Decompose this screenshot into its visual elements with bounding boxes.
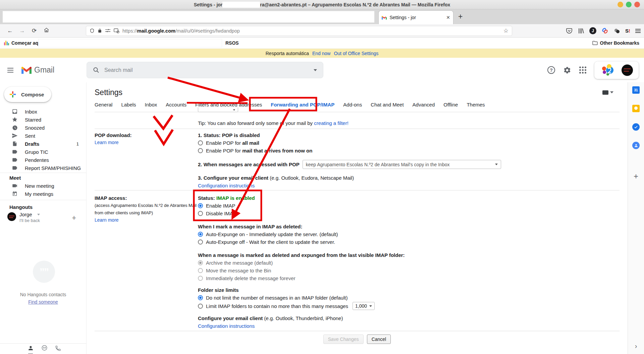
tab-inbox[interactable]: Inbox <box>145 102 157 107</box>
calendar-icon[interactable]: 31 <box>632 86 640 94</box>
tab-close-icon[interactable]: ✕ <box>446 15 450 20</box>
tab-addons[interactable]: Add-ons <box>343 102 362 107</box>
end-now-link[interactable]: End now <box>312 51 330 56</box>
pocket-icon[interactable] <box>566 28 573 34</box>
creating-filter-link[interactable]: creating a filter! <box>314 120 348 126</box>
main-menu-icon[interactable] <box>7 67 13 74</box>
radio-auto-expunge-on[interactable] <box>198 232 203 237</box>
compose-button[interactable]: Compose <box>4 87 51 102</box>
close-window-button[interactable] <box>634 2 640 7</box>
sidebar-item-new-meeting[interactable]: New meeting <box>0 182 86 190</box>
search-options-caret-icon[interactable] <box>314 69 317 71</box>
other-bookmarks[interactable]: Other Bookmarks <box>592 40 639 46</box>
display-density-button[interactable] <box>602 90 613 95</box>
gear-icon[interactable] <box>563 66 571 74</box>
find-someone-link[interactable]: Find someone <box>28 299 58 305</box>
tab-chat-meet[interactable]: Chat and Meet <box>371 102 404 107</box>
imap-learn-more-link[interactable]: Learn more <box>95 217 119 223</box>
archive-message-option[interactable]: Archive the message (default) <box>198 259 620 266</box>
auto-expunge-on-option[interactable]: Auto-Expunge on - Immediately update the… <box>198 231 620 238</box>
sidebar-item-snoozed[interactable]: Snoozed <box>0 124 86 132</box>
radio-move-to-bin[interactable] <box>198 268 203 273</box>
radio-limit-folders[interactable] <box>198 304 203 309</box>
link-extension-icon[interactable] <box>601 27 608 34</box>
bookmark-comecar-aqui[interactable]: Começar aqui <box>4 40 43 46</box>
bookmark-rsos[interactable]: RSOS <box>225 40 239 46</box>
radio-enable-pop-all[interactable] <box>198 140 203 145</box>
search-input[interactable] <box>104 67 309 73</box>
lock-icon[interactable] <box>98 28 102 33</box>
extension-j-icon[interactable]: J <box>589 27 596 34</box>
radio-delete-forever[interactable] <box>198 276 203 281</box>
save-changes-button[interactable]: Save Changes <box>323 335 364 344</box>
tab-labels[interactable]: Labels <box>121 102 136 107</box>
phone-tab-icon[interactable] <box>55 345 61 353</box>
permissions-icon[interactable] <box>105 28 111 33</box>
no-limit-option[interactable]: Do not limit the number of messages in a… <box>198 294 620 301</box>
browser-tab-gmail-settings[interactable]: Settings - jor ✕ <box>378 10 453 24</box>
sidebar-item-drafts[interactable]: Drafts 1 <box>0 140 86 148</box>
disable-imap-option[interactable]: Disable IMAP <box>198 210 620 217</box>
spheres-extension-icon[interactable] <box>613 28 620 34</box>
profile-avatar[interactable] <box>622 64 633 76</box>
move-to-bin-option[interactable]: Move the message to the Bin <box>198 267 620 274</box>
keep-icon[interactable] <box>632 105 640 112</box>
contacts-icon[interactable] <box>632 142 640 149</box>
new-hangout-button[interactable]: + <box>72 214 76 222</box>
url-bar[interactable]: https://mail.google.com/mail/u/0/#settin… <box>86 26 512 36</box>
sidebar-item-my-meetings[interactable]: My meetings <box>0 190 86 198</box>
forward-button[interactable]: → <box>16 28 28 34</box>
home-button[interactable] <box>40 27 52 35</box>
enable-pop-now-option[interactable]: Enable POP for mail that arrives from no… <box>198 147 620 154</box>
tab-filters[interactable]: Filters and blocked addresses <box>195 102 262 107</box>
firefox-menu-icon[interactable] <box>635 28 641 34</box>
imap-configuration-instructions-link[interactable]: Configuration instructions <box>198 323 255 329</box>
extension-s-icon[interactable]: S! <box>625 28 630 34</box>
bookmark-star-icon[interactable]: ☆ <box>503 27 508 34</box>
cancel-button[interactable]: Cancel <box>367 335 391 344</box>
enable-pop-all-option[interactable]: Enable POP for all mail <box>198 139 620 146</box>
minimize-button[interactable] <box>618 2 623 7</box>
limit-folders-option[interactable]: Limit IMAP folders to contain no more th… <box>198 302 620 310</box>
tasks-icon[interactable] <box>632 123 640 131</box>
new-tab-button[interactable]: + <box>458 12 463 21</box>
apps-grid-icon[interactable] <box>579 67 586 74</box>
pop-learn-more-link[interactable]: Learn more <box>95 140 119 145</box>
tab-accounts[interactable]: Accounts <box>166 102 186 107</box>
radio-disable-imap[interactable] <box>198 211 203 216</box>
add-addon-button[interactable]: + <box>634 172 638 180</box>
radio-archive-message[interactable] <box>198 260 203 265</box>
sidebar-item-sent[interactable]: Sent <box>0 132 86 140</box>
sidebar-item-grupo-tic[interactable]: Grupo TIC <box>0 148 86 156</box>
search-bar[interactable] <box>87 62 323 78</box>
hangouts-user[interactable]: Jorge I'll be back + <box>0 212 86 223</box>
tracking-protection-icon[interactable] <box>114 28 119 33</box>
sidebar-item-inbox[interactable]: Inbox <box>0 107 86 116</box>
shield-icon[interactable] <box>90 28 95 34</box>
folder-limit-select[interactable]: 1,000 <box>353 302 375 310</box>
library-icon[interactable] <box>578 28 584 34</box>
sidebar-item-report-spam[interactable]: Report SPAM/PHISHING <box>0 164 86 172</box>
pop-action-select[interactable]: keep Agrupamento Escolas N.º2 de Abrante… <box>303 160 501 169</box>
reload-button[interactable]: ⟳ <box>28 27 40 34</box>
contacts-tab-icon[interactable] <box>28 345 34 353</box>
back-button[interactable]: ← <box>4 28 16 34</box>
radio-enable-imap[interactable] <box>198 203 203 208</box>
radio-enable-pop-now[interactable] <box>198 148 203 153</box>
radio-auto-expunge-off[interactable] <box>198 239 203 245</box>
enable-imap-option[interactable]: Enable IMAP <box>198 202 620 209</box>
help-icon[interactable]: ? <box>547 66 555 74</box>
tab-advanced[interactable]: Advanced <box>413 102 435 107</box>
out-of-office-settings-link[interactable]: Out of Office Settings <box>334 51 378 56</box>
tab-forwarding-pop-imap[interactable]: Forwarding and POP/IMAP <box>271 102 334 107</box>
auto-expunge-off-option[interactable]: Auto-Expunge off - Wait for the client t… <box>198 238 620 246</box>
tab-general[interactable]: General <box>95 102 112 107</box>
pop-configuration-instructions-link[interactable]: Configuration instructions <box>198 183 255 188</box>
gmail-logo[interactable]: Gmail <box>21 65 54 75</box>
clipped-forwarding-select[interactable] <box>198 107 238 112</box>
hangouts-tab-icon[interactable] <box>41 345 48 353</box>
search-icon[interactable] <box>93 67 100 74</box>
sidebar-item-starred[interactable]: Starred <box>0 116 86 124</box>
radio-no-limit[interactable] <box>198 295 203 300</box>
chevron-down-icon[interactable] <box>37 214 40 215</box>
